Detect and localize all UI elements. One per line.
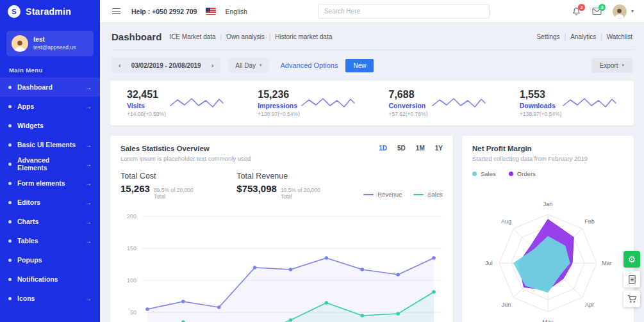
export-button[interactable]: Export ▾	[591, 58, 632, 73]
sparkline-chart	[431, 95, 486, 111]
document-fab-button[interactable]	[623, 271, 640, 287]
range-tab-1y[interactable]: 1Y	[435, 145, 443, 152]
stat-delta: +138.97(+0.54%)	[258, 111, 300, 117]
cart-icon	[627, 294, 637, 303]
page-title: Dashboard	[111, 31, 161, 42]
search-container	[318, 4, 490, 19]
total-cost-value: 15,263	[120, 183, 150, 194]
help-phone: Help : +050 2992 709	[131, 8, 197, 15]
date-range-picker[interactable]: ‹ 03/02/2019 - 20/08/2019 ›	[111, 58, 220, 73]
advanced-options-link[interactable]: Advanced Options	[281, 61, 338, 69]
app-root: S Staradmin test test@appseed.us Main Me…	[0, 0, 644, 322]
stat-delta: +57.62(+0.76%)	[389, 111, 428, 117]
svg-text:150: 150	[127, 245, 136, 252]
range-tab-5d[interactable]: 5D	[397, 145, 406, 152]
user-avatar	[12, 35, 28, 52]
legend-dot	[472, 172, 477, 176]
total-revenue-block: Total Revenue $753,098 10.5% of 20,000 T…	[236, 172, 333, 200]
sidebar-item-basic-ui-elements[interactable]: Basic UI Elements→	[0, 135, 100, 154]
sidebar-item-tables[interactable]: Tables→	[0, 231, 100, 250]
user-email: test@appseed.us	[33, 44, 76, 51]
sales-statistics-card: Sales Statistics Overview Lorem ipsum is…	[110, 136, 453, 322]
sidebar-user-profile[interactable]: test test@appseed.us	[6, 31, 94, 56]
quick-link-watchlist[interactable]: Watchlist	[607, 33, 632, 40]
sidebar-item-label: Tables	[17, 237, 38, 245]
sparkline-chart	[301, 95, 356, 111]
settings-fab-button[interactable]: ⚙	[623, 251, 640, 268]
sidebar-item-form-elements[interactable]: Form elements→	[0, 173, 100, 193]
svg-text:50: 50	[130, 309, 136, 316]
all-day-dropdown[interactable]: All Day ▾	[228, 58, 268, 73]
cart-fab-button[interactable]	[623, 291, 640, 307]
net-profit-margin-card: Net Profit Margin Started collecting dat…	[462, 136, 634, 322]
sidebar-item-icons[interactable]: Icons→	[0, 289, 100, 308]
sidebar-item-label: Dashboard	[17, 83, 53, 91]
submenu-arrow-icon: →	[85, 180, 92, 187]
us-flag-icon[interactable]	[206, 8, 216, 15]
sidebar-item-notifications[interactable]: Notifications	[0, 270, 100, 289]
person-icon	[13, 38, 27, 52]
header-link-historic-market-data[interactable]: Historic market data	[275, 33, 332, 40]
hamburger-menu-icon[interactable]	[110, 6, 122, 17]
new-button[interactable]: New	[345, 59, 374, 72]
chevron-down-icon[interactable]: ▾	[631, 8, 634, 14]
range-tab-1m[interactable]: 1M	[416, 145, 425, 152]
legend-item-revenue: Revenue	[363, 191, 402, 198]
header-link-own-analysis[interactable]: Own analysis	[226, 33, 264, 40]
chevron-left-icon[interactable]: ‹	[119, 61, 121, 69]
submenu-arrow-icon: →	[85, 161, 92, 168]
sidebar-item-label: Popups	[17, 256, 42, 264]
bullet-icon	[8, 163, 12, 166]
stat-label: Downloads	[520, 102, 562, 109]
submenu-arrow-icon: →	[85, 199, 92, 206]
stat-delta: +138.97(+0.54%)	[520, 111, 562, 117]
messages-button[interactable]: 3	[592, 7, 602, 15]
profile-menu-button[interactable]	[613, 4, 627, 19]
svg-text:200: 200	[127, 213, 136, 220]
bullet-icon	[8, 278, 12, 281]
quick-link-settings[interactable]: Settings	[536, 33, 559, 40]
notification-badge: 2	[578, 4, 585, 11]
legend-item-orders: Orders	[509, 170, 536, 177]
notifications-button[interactable]: 2	[572, 7, 581, 16]
quick-links: Settings|Analytics|Watchlist	[536, 33, 632, 40]
topbar: Help : +050 2992 709 English 2	[100, 0, 644, 23]
header-link-ice-market-data[interactable]: ICE Market data	[169, 33, 215, 40]
chevron-right-icon[interactable]: ›	[211, 61, 214, 69]
legend-item-sales: Sales	[413, 191, 443, 198]
bullet-icon	[8, 201, 12, 204]
submenu-arrow-icon: →	[85, 237, 92, 245]
search-input[interactable]	[318, 4, 490, 19]
quick-link-analytics[interactable]: Analytics	[570, 33, 596, 40]
stat-conversion: 7,688Conversion+57.62(+0.76%)	[372, 89, 503, 117]
radar-card-subtitle: Started collecting data from February 20…	[472, 155, 623, 162]
svg-text:100: 100	[127, 277, 136, 284]
sidebar-item-label: Icons	[17, 294, 35, 302]
sales-card-subtitle: Lorem ipsum is placeholder text commonly…	[120, 155, 251, 162]
sidebar-item-advanced-elements[interactable]: Advanced Elements→	[0, 154, 100, 173]
language-selector[interactable]: English	[225, 8, 247, 15]
total-revenue-label: Total Revenue	[236, 172, 333, 181]
sidebar-item-popups[interactable]: Popups	[0, 250, 100, 270]
stat-downloads: 1,553Downloads+138.97(+0.54%)	[503, 89, 634, 117]
submenu-arrow-icon: →	[85, 103, 92, 110]
brand[interactable]: S Staradmin	[0, 0, 100, 23]
radar-card-title: Net Profit Margin	[472, 145, 623, 152]
sidebar-item-editors[interactable]: Editors→	[0, 193, 100, 212]
sidebar-item-apps[interactable]: Apps→	[0, 97, 100, 116]
chevron-down-icon: ▾	[260, 63, 262, 68]
header-links: ICE Market data|Own analysis|Historic ma…	[169, 33, 332, 40]
sidebar-item-label: Apps	[17, 102, 34, 110]
radar-chart-legend: SalesOrders	[472, 170, 623, 177]
submenu-arrow-icon: →	[85, 218, 92, 225]
sidebar-item-label: Basic UI Elements	[17, 141, 76, 149]
sidebar-item-label: Notifications	[17, 275, 58, 283]
legend-item-sales: Sales	[472, 170, 496, 177]
range-tab-1d[interactable]: 1D	[379, 145, 387, 152]
sidebar-item-widgets[interactable]: Widgets	[0, 116, 100, 135]
stat-visits: 32,451Visits+14.00(+0.50%)	[110, 89, 241, 117]
stat-delta: +14.00(+0.50%)	[127, 111, 166, 117]
topbar-right: 2 3 ▾	[572, 4, 634, 19]
sidebar-item-dashboard[interactable]: Dashboard→	[0, 77, 100, 97]
sidebar-item-charts[interactable]: Charts→	[0, 212, 100, 231]
